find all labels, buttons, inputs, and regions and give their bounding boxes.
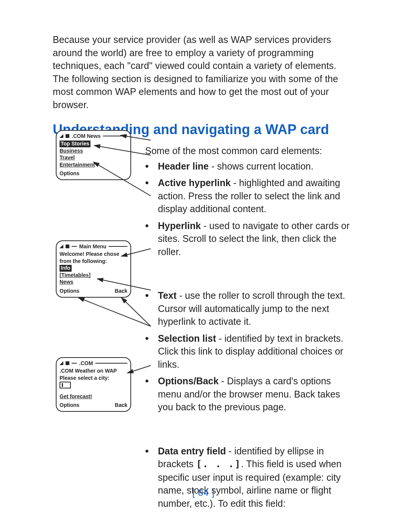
rest: - shows current location. [209, 161, 314, 171]
bullet-selection-list: Selection list - identified by text in b… [145, 332, 354, 371]
term: Options/Back [158, 376, 219, 386]
screen-text: Please select a city: [60, 375, 127, 382]
wap-screen-mainmenu: Main Menu Welcome! Please chose from the… [56, 240, 131, 298]
wap-screen-weather: .COM .COM Weather on WAP Please select a… [56, 357, 131, 412]
softkey-options: Options [60, 288, 80, 294]
screen-title: .COM News [72, 133, 101, 139]
bullet-data-entry: Data entry field - identified by ellipse… [145, 445, 354, 510]
selection-list-link: [Timetables] [60, 272, 127, 279]
active-link: Info [60, 265, 72, 272]
link: Entertainment [60, 162, 127, 168]
screen-titlebar: .COM News [60, 133, 127, 139]
softkey-back: Back [115, 288, 127, 294]
bullet-header-line: Header line - shows current location. [145, 160, 354, 173]
term: Text [158, 290, 177, 301]
screen-titlebar: Main Menu [60, 243, 127, 249]
battery-icon [66, 361, 69, 365]
screen-text: from the following: [60, 258, 127, 265]
active-link: Top Stories [60, 141, 90, 147]
lead-text: Some of the most common card elements: [145, 144, 354, 157]
intro-paragraph: Because your service provider (as well a… [53, 33, 354, 111]
screen-titlebar: .COM [60, 360, 127, 366]
rest: - use the roller to scroll through the t… [158, 290, 345, 327]
signal-icon [60, 134, 63, 138]
bullet-text: Text - use the roller to scroll through … [145, 289, 354, 328]
softkey-options: Options [60, 402, 80, 408]
signal-icon [60, 361, 63, 365]
bullet-hyperlink: Hyperlink - used to navigate to other ca… [145, 219, 354, 258]
page-number: [ 84 ] [0, 488, 407, 498]
term: Data entry field [158, 446, 226, 456]
link: Get forecast! [60, 393, 127, 400]
signal-icon [60, 245, 63, 248]
screen-title: Main Menu [79, 243, 106, 249]
link: Business [60, 148, 127, 154]
screen-title: .COM [79, 360, 93, 366]
data-entry-field [60, 382, 71, 388]
bullet-active-hyperlink: Active hyperlink - highlighted and await… [145, 176, 354, 216]
term: Header line [158, 161, 209, 171]
battery-icon [66, 134, 69, 138]
link: Travel [60, 154, 127, 161]
bullet-group-2: Text - use the roller to scroll through … [145, 289, 354, 414]
term: Active hyperlink [158, 177, 231, 188]
battery-icon [66, 245, 69, 248]
wap-screen-news: .COM News Top Stories Business Travel En… [56, 130, 131, 180]
softkey-back: Back [115, 402, 127, 408]
screen-text: Welcome! Please chose [60, 251, 127, 258]
link: News [60, 279, 127, 286]
bullet-group-1: Header line - shows current location. Ac… [145, 160, 354, 258]
bullet-options-back: Options/Back - Displays a card's options… [145, 375, 354, 414]
term: Selection list [158, 333, 216, 344]
bullet-group-3: Data entry field - identified by ellipse… [145, 445, 354, 510]
term: Hyperlink [158, 220, 201, 231]
screen-text: .COM Weather on WAP [60, 368, 127, 375]
softkey-options: Options [60, 170, 80, 176]
ellipsis-code: [. . .] [196, 459, 241, 469]
